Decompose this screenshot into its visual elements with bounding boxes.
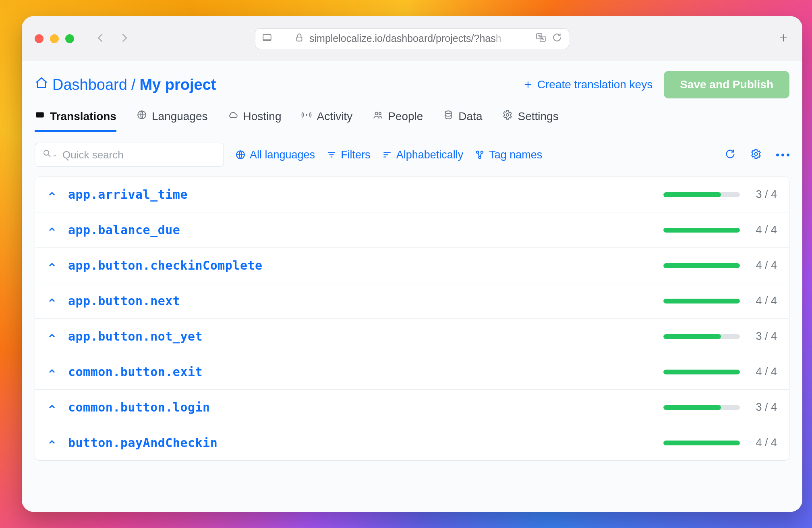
svg-point-13 (306, 114, 307, 116)
chevron-up-icon[interactable] (47, 225, 57, 236)
translation-key-name: app.balance_due (68, 223, 180, 237)
chevron-up-icon[interactable] (47, 437, 57, 449)
chevron-up-icon[interactable] (47, 366, 57, 378)
tab-settings[interactable]: Settings (502, 102, 558, 132)
zoom-window-button[interactable] (65, 34, 74, 43)
settings-gear-button[interactable] (750, 148, 762, 161)
translation-keys-list: app.arrival_time 3 / 4 app.balance_due 4… (35, 177, 789, 461)
progress-count: 3 / 4 (749, 401, 777, 414)
svg-point-30 (755, 153, 758, 156)
progress-bar-fill (663, 263, 740, 268)
translation-key-name: app.button.not_yet (68, 329, 203, 343)
tab-label: Hosting (243, 110, 282, 123)
translation-key-row[interactable]: app.balance_due 4 / 4 (35, 212, 789, 248)
lock-icon (294, 32, 304, 45)
translate-icon: AZ (35, 110, 45, 123)
translation-key-name: common.button.exit (68, 365, 203, 379)
progress-bar (663, 441, 740, 445)
translation-key-progress: 4 / 4 (663, 295, 777, 307)
save-and-publish-button[interactable]: Save and Publish (664, 71, 789, 98)
progress-bar-fill (663, 228, 740, 233)
search-input[interactable] (62, 149, 216, 161)
search-input-wrapper[interactable] (35, 143, 224, 167)
more-menu-button[interactable] (776, 154, 789, 156)
translation-key-row[interactable]: button.payAndCheckin 4 / 4 (35, 425, 789, 460)
tab-label: Translations (50, 110, 116, 123)
chevron-up-icon[interactable] (47, 331, 57, 342)
sort-button[interactable]: Alphabetically (382, 149, 464, 161)
forward-button[interactable] (118, 32, 130, 45)
progress-bar-fill (663, 334, 721, 339)
languages-filter[interactable]: All languages (235, 149, 315, 161)
chevron-up-icon[interactable] (47, 402, 57, 413)
translation-key-name: app.arrival_time (68, 187, 188, 202)
progress-bar (663, 228, 740, 233)
url-text: simplelocalize.io/dashboard/projects/?ha… (309, 33, 496, 44)
new-tab-button[interactable] (778, 33, 789, 45)
refresh-button[interactable] (725, 148, 736, 161)
reload-icon[interactable] (552, 32, 562, 45)
address-bar[interactable]: simplelocalize.io/dashboard/projects/?ha… (255, 28, 569, 49)
chevron-up-icon[interactable] (47, 260, 57, 271)
svg-line-19 (48, 155, 50, 157)
tags-label: Tag names (489, 149, 542, 161)
back-button[interactable] (95, 32, 106, 45)
translation-key-progress: 4 / 4 (663, 366, 777, 378)
progress-count: 4 / 4 (749, 224, 777, 236)
translation-key-progress: 3 / 4 (663, 401, 777, 414)
breadcrumb-current: My project (139, 76, 216, 94)
browser-window: simplelocalize.io/dashboard/projects/?ha… (22, 16, 802, 512)
translation-key-name: common.button.login (68, 400, 210, 414)
sort-label: Alphabetically (396, 149, 464, 161)
tags-button[interactable]: Tag names (474, 149, 542, 161)
progress-count: 4 / 4 (749, 295, 777, 307)
nav-arrows (95, 32, 130, 45)
translation-key-progress: 3 / 4 (663, 188, 777, 201)
tab-bar: AZTranslationsLanguagesHostingActivityPe… (22, 102, 802, 132)
translate-icon[interactable] (536, 32, 546, 45)
chevron-up-icon[interactable] (47, 189, 57, 200)
tab-label: People (388, 110, 423, 123)
minimize-window-button[interactable] (50, 34, 59, 43)
progress-bar (663, 370, 740, 374)
progress-bar-fill (663, 192, 721, 197)
filters-button[interactable]: Filters (326, 149, 371, 161)
svg-point-18 (44, 150, 49, 155)
tab-data[interactable]: Data (443, 102, 482, 132)
chevron-up-icon[interactable] (47, 295, 57, 307)
translation-key-progress: 3 / 4 (663, 330, 777, 343)
home-icon[interactable] (35, 76, 48, 94)
toolbar: All languages Filters Alphabetically Tag… (22, 132, 802, 177)
search-scope-chevron-icon[interactable] (52, 149, 58, 161)
translation-key-name: button.payAndCheckin (68, 436, 218, 450)
translation-key-row[interactable]: app.button.checkinComplete 4 / 4 (35, 248, 789, 283)
translation-key-row[interactable]: app.arrival_time 3 / 4 (35, 177, 789, 212)
translation-key-row[interactable]: common.button.exit 4 / 4 (35, 354, 789, 390)
progress-bar (663, 263, 740, 268)
translation-key-row[interactable]: app.button.not_yet 3 / 4 (35, 319, 789, 354)
breadcrumb-root[interactable]: Dashboard (52, 76, 127, 94)
tab-label: Settings (518, 110, 558, 123)
tab-label: Data (458, 110, 482, 123)
svg-text:Z: Z (40, 113, 43, 117)
translation-key-row[interactable]: app.button.next 4 / 4 (35, 283, 789, 319)
window-controls (35, 34, 74, 43)
tab-people[interactable]: People (373, 102, 423, 132)
progress-count: 4 / 4 (749, 437, 777, 449)
languages-filter-label: All languages (250, 149, 315, 161)
progress-bar-fill (663, 405, 721, 410)
tab-hosting[interactable]: Hosting (228, 102, 282, 132)
sidebar-icon[interactable] (262, 32, 272, 45)
tab-label: Activity (317, 110, 352, 123)
progress-bar-fill (663, 299, 740, 303)
close-window-button[interactable] (35, 34, 44, 43)
tab-activity[interactable]: Activity (301, 102, 352, 132)
activity-icon (301, 110, 312, 123)
create-translation-keys-link[interactable]: Create translation keys (523, 78, 652, 91)
tab-languages[interactable]: Languages (137, 102, 208, 132)
tab-translations[interactable]: AZTranslations (35, 102, 116, 132)
translation-key-progress: 4 / 4 (663, 437, 777, 449)
progress-count: 4 / 4 (749, 366, 777, 378)
translation-key-row[interactable]: common.button.login 3 / 4 (35, 390, 789, 425)
progress-bar (663, 334, 740, 339)
